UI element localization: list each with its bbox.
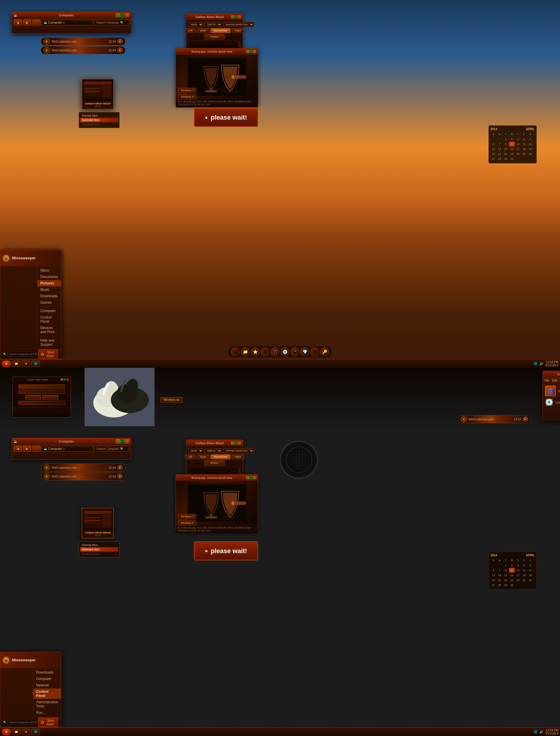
start-item-controlpanel[interactable]: Control Panel [37,314,61,325]
brandy-close-bottom[interactable]: ✕ [253,476,256,479]
csw-left-btn[interactable]: Left [185,28,196,33]
start-item-b-computer[interactable]: Computer [33,676,61,682]
shutdown-button-top[interactable]: ⏻ Shut down [38,349,58,359]
back-button-bottom[interactable]: ◀ [14,446,22,452]
csw-mouseover-btn[interactable]: MouseOver [211,28,231,33]
start-button-bottom[interactable]: ⊞ [2,729,11,735]
please-wait-bottom[interactable]: ● please wait! [194,541,258,560]
thumb-min-left[interactable] [61,378,63,381]
address-bar[interactable]: 💻 Computer ▶ ↕ [42,20,93,25]
search-programs-input-bottom[interactable] [8,720,38,725]
start-button-top[interactable]: ⊞ [2,361,11,367]
dock-icon-1[interactable]: 🗂 [231,347,240,356]
csw-normal-dropdown-bottom[interactable]: Normal [188,448,203,453]
csw-close-bottom[interactable]: ✕ [238,442,241,445]
brandy-min-bottom[interactable]: ─ [246,476,249,479]
search-box[interactable]: Search Computer 🔍 [94,20,129,25]
brandy-max-bottom[interactable]: □ [250,476,253,479]
start-item-b-network[interactable]: Network [33,682,61,688]
back-button[interactable]: ◀ [14,20,22,25]
dock-icon-7[interactable]: 📱 [291,347,299,356]
winxp-label[interactable]: Windows xp [160,397,183,403]
minimize-button[interactable]: ─ [116,13,120,17]
maximize-button-bottom[interactable]: □ [120,439,125,443]
start-item-b-controlpanel[interactable]: Control Panel [33,688,61,699]
start-item-downloads[interactable]: Downloads [37,293,61,299]
start-item-help[interactable]: Help and Support [37,337,61,348]
csw-main-button[interactable]: Button [204,34,224,39]
csw-main-button-bottom[interactable]: Button [204,460,224,466]
taskbar-btn-b3[interactable]: 🌐 [31,729,40,735]
start-item-b-admin[interactable]: Administrative Tools [33,699,61,709]
start-item-devices[interactable]: Devices and Print... [37,325,61,335]
csw-min-bottom[interactable]: ─ [231,442,234,445]
close-button-bottom[interactable]: ✕ [125,439,129,443]
csw-max-top[interactable]: □ [235,15,237,18]
csw-close-top[interactable]: ✕ [238,15,241,18]
csw-state-btn-bottom[interactable]: State [197,454,209,459]
dock-icon-10[interactable]: 🔑 [320,347,329,356]
taskbar-btn-2[interactable]: 🖥 [22,361,30,367]
address-bar-bottom[interactable]: 💻 Computer ▶ ↕ [42,446,93,452]
forward-button-bottom[interactable]: ▶ [23,446,31,452]
maximize-button[interactable]: □ [120,13,125,17]
start-item-pictures[interactable]: Pictures [37,280,61,286]
brandy-close[interactable]: ✕ [253,50,256,53]
start-item-b-downloads[interactable]: Downloads [33,669,61,676]
taskbar-btn-1[interactable]: 📁 [12,361,21,367]
start-item-games[interactable]: Games [37,299,61,306]
csw-combo-bottom[interactable]: Normal combo box [223,448,254,453]
thumb-btn-a[interactable] [25,395,41,400]
dock-icon-5[interactable]: 🎵 [271,347,279,356]
media-control-b2[interactable]: ▶ [118,474,123,479]
taskbar-btn-b2[interactable]: 🖥 [22,729,30,735]
media-control-1[interactable]: ▶ [118,39,123,44]
csw-split-dropdown-bottom[interactable]: Split Drop ▼ [204,448,222,453]
brandy-max[interactable]: □ [250,50,253,53]
media-control-middle[interactable]: ▶ [523,417,528,422]
start-item-b-run[interactable]: Run... [33,709,61,716]
minimize-button-bottom[interactable]: ─ [116,439,120,443]
ua-file[interactable]: File [545,379,549,382]
item-selected-bottom[interactable]: Selected Item [80,547,118,552]
start-item-music[interactable]: Music [37,286,61,293]
forward-button[interactable]: ▶ [23,20,31,25]
search-programs-input-top[interactable] [8,352,38,356]
csw-min-top[interactable]: ─ [231,15,234,18]
taskbar-btn-3[interactable]: 🌐 [31,361,40,367]
windows7-label-bottom[interactable]: Windows 7 [178,514,196,519]
search-box-bottom[interactable]: Search Computer 🔍 [94,446,129,452]
windows7-label[interactable]: Windows 7 [178,88,196,93]
taskbar-btn-b1[interactable]: 📁 [12,729,21,735]
item-selected-top[interactable]: Selected Item [80,118,118,122]
dock-icon-4[interactable]: ⚙ [261,347,269,356]
cal-today-top[interactable]: 9 [509,142,515,146]
media-control-2[interactable]: ▶ [118,48,123,53]
close-button[interactable]: ✕ [125,13,129,17]
csw-max-bottom[interactable]: □ [235,442,237,445]
dock-icon-3[interactable]: ⭐ [251,347,260,356]
thumb-btn-b[interactable] [42,395,58,400]
thumb-max-left[interactable] [64,378,66,381]
csw-split-dropdown[interactable]: Split Drop ▼ [204,22,222,27]
start-item-computer[interactable]: Computer [37,308,61,314]
dock-icon-9[interactable]: 🖥 [310,347,319,356]
brandy-min[interactable]: ─ [246,50,249,53]
please-wait-top[interactable]: ● please wait! [194,108,258,127]
windows8-label[interactable]: Windows 8 [178,94,196,99]
up-button[interactable]: ↑ [32,20,41,25]
csw-combo[interactable]: Normal combo box [223,22,254,27]
dock-icon-8[interactable]: 💎 [300,347,309,356]
csw-right-btn-bottom[interactable]: Right [232,454,244,459]
up-button-bottom[interactable]: ↑ [32,446,41,452]
shutdown-button-bottom[interactable]: ⏻ Shut down [38,718,58,727]
start-item-nikos[interactable]: Nikos [37,267,61,274]
start-item-documents[interactable]: Documents [37,274,61,280]
dock-icon-6[interactable]: 💿 [281,347,289,356]
media-control-b1[interactable]: ▶ [118,465,123,470]
thumb-close-left[interactable] [67,378,69,381]
cal-today-bottom[interactable]: 9 [509,568,515,573]
csw-left-btn-bottom[interactable]: Left [185,454,196,459]
csw-right-btn[interactable]: Right [232,28,244,33]
ua-edit[interactable]: Edit [552,379,557,382]
